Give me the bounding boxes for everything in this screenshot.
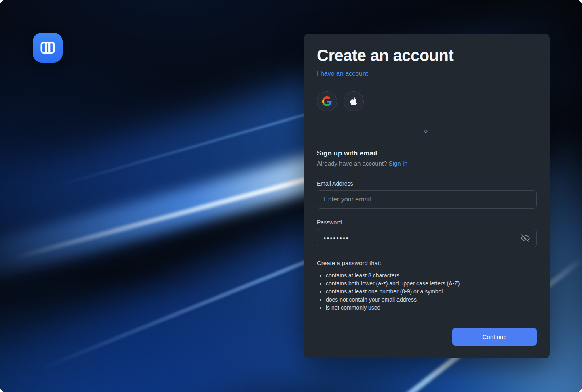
already-have-account-text: Already have an account?: [317, 160, 387, 167]
password-input[interactable]: [317, 229, 537, 247]
password-label: Password: [317, 219, 537, 226]
divider-line: [317, 131, 412, 131]
password-field: [317, 229, 537, 247]
password-rules-title: Create a password that:: [317, 260, 537, 266]
signup-card: Create an account I have an account: [304, 34, 550, 358]
card-footer: Continue: [317, 328, 537, 346]
signup-heading: Sign up with email: [317, 149, 537, 157]
password-rule: does not contain your email address: [326, 296, 537, 304]
screen: Create an account I have an account: [0, 0, 582, 392]
divider-label: or: [412, 128, 441, 134]
app-logo: [33, 33, 63, 63]
toggle-password-visibility-button[interactable]: [519, 232, 532, 245]
email-label: Email Address: [317, 180, 537, 187]
password-rule: contains both lower (a-z) and upper case…: [326, 279, 537, 287]
password-rule: contains at least 8 characters: [326, 271, 537, 279]
i-have-an-account-link[interactable]: I have an account: [317, 70, 368, 78]
sign-in-link[interactable]: Sign In: [389, 160, 408, 167]
password-rules-list: contains at least 8 characters contains …: [317, 271, 537, 312]
password-rule: contains at least one number (0-9) or a …: [326, 287, 537, 296]
apple-signup-button[interactable]: [344, 91, 364, 111]
already-have-account-row: Already have an account? Sign In: [317, 160, 537, 167]
eye-off-icon: [521, 233, 530, 243]
page-title: Create an account: [317, 46, 537, 65]
columns-board-icon: [39, 39, 56, 56]
social-signup-row: [317, 91, 537, 111]
apple-icon: [350, 97, 358, 106]
password-rule: is not commonly used: [326, 304, 537, 312]
divider: or: [317, 128, 537, 134]
google-signup-button[interactable]: [317, 91, 337, 111]
email-input[interactable]: [317, 190, 537, 209]
google-icon: [322, 96, 332, 106]
continue-button[interactable]: Continue: [452, 328, 537, 346]
divider-line: [441, 131, 537, 131]
